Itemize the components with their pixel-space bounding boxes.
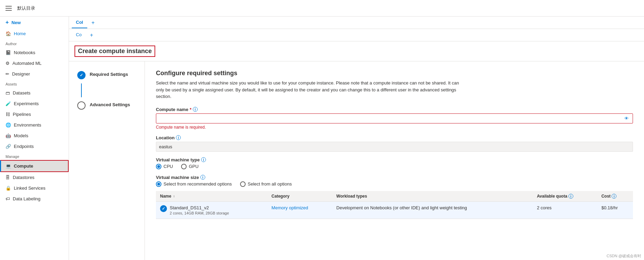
sidebar-item-automated-ml[interactable]: ⚙ Automated ML — [0, 58, 69, 69]
experiment-icon: 🧪 — [6, 101, 11, 106]
sidebar-item-environments[interactable]: 🌐 Environments — [0, 120, 69, 130]
wizard-step-required[interactable]: ✓ Required Settings — [69, 67, 145, 83]
compute-name-error-msg: Compute name is required. — [156, 125, 633, 130]
automl-icon: ⚙ — [6, 61, 10, 66]
eye-icon[interactable]: 👁 — [624, 116, 629, 121]
vm-type-gpu-option[interactable]: GPU — [181, 164, 198, 169]
watermark-text: CSDN @破戒会有时 — [607, 253, 641, 259]
vm-type-gpu-radio[interactable] — [181, 164, 187, 169]
sidebar-item-models[interactable]: 🤖 Models — [0, 130, 69, 141]
vm-row-cost: $0.18/hr — [597, 202, 633, 219]
vm-name-sub: 2 cores, 14GB RAM, 28GB storage — [170, 211, 229, 215]
vm-size-all-option[interactable]: Select from all options — [240, 181, 292, 187]
compute-icon: 💻 — [6, 163, 11, 169]
label-icon: 🏷 — [6, 196, 10, 201]
sidebar-item-datasets[interactable]: 🗃 Datasets — [0, 88, 69, 98]
vm-size-field: Virtual machine size i Select from recom… — [156, 175, 633, 219]
linked-icon: 🔒 — [6, 186, 11, 191]
vm-size-all-label: Select from all options — [248, 181, 292, 187]
pipeline-icon: ⛓ — [6, 112, 10, 117]
vm-type-cpu-label: CPU — [164, 164, 173, 169]
home-nav-item[interactable]: 🏠 Home — [0, 28, 69, 39]
vm-size-all-radio[interactable] — [240, 181, 246, 187]
vm-type-label: Virtual machine type i — [156, 157, 633, 162]
col-quota: Available quota i — [533, 191, 597, 202]
sidebar-item-compute[interactable]: 💻 Compute — [0, 160, 69, 172]
sidebar-item-data-labeling[interactable]: 🏷 Data Labeling — [0, 193, 69, 204]
vm-type-field: Virtual machine type i CPU GPU — [156, 157, 633, 169]
vm-type-info-icon[interactable]: i — [201, 157, 206, 162]
vm-size-recommended-option[interactable]: Select from recommended options — [156, 181, 232, 187]
vm-type-radio-group: CPU GPU — [156, 164, 633, 169]
location-field: Location i eastus — [156, 135, 633, 152]
vm-size-recommended-label: Select from recommended options — [164, 181, 232, 187]
tab-bar: Col + — [69, 17, 644, 29]
row-selected-icon — [160, 205, 167, 212]
cost-info-icon[interactable]: i — [612, 194, 616, 199]
vm-type-gpu-label: GPU — [189, 164, 198, 169]
main-layout: + New 🏠 Home Author 📓 Notebooks ⚙ Automa… — [0, 17, 644, 260]
content-area: Col + Co + Create compute instance ✓ Req… — [69, 17, 644, 260]
wizard-step-advanced[interactable]: Advanced Settings — [69, 97, 145, 114]
sidebar-item-pipelines[interactable]: ⛓ Pipelines — [0, 109, 69, 120]
wizard-step-line — [81, 83, 82, 97]
vm-size-radio-group: Select from recommended options Select f… — [156, 181, 633, 187]
vm-size-label: Virtual machine size i — [156, 175, 633, 180]
vm-row-category: Memory optimized — [267, 202, 332, 219]
sidebar-item-endpoints[interactable]: 🔗 Endpoints — [0, 141, 69, 152]
top-bar: 默认目录 — [0, 0, 644, 17]
manage-section-label: Manage — [0, 152, 69, 160]
location-label: Location i — [156, 135, 633, 140]
quota-info-icon[interactable]: i — [568, 194, 573, 199]
sub-tab-bar: Co + — [69, 29, 644, 41]
compute-name-label: Compute name * i — [156, 107, 633, 112]
create-compute-title: Create compute instance — [75, 46, 155, 57]
wizard-step-required-label: Required Settings — [90, 72, 128, 77]
compute-name-input-wrapper: 👁 — [156, 113, 633, 123]
vm-type-cpu-option[interactable]: CPU — [156, 164, 173, 169]
create-title-bar: Create compute instance — [69, 41, 644, 61]
col-name: Name ↑ — [156, 191, 267, 202]
sidebar-item-notebooks[interactable]: 📓 Notebooks — [0, 47, 69, 58]
tab-col[interactable]: Col — [72, 17, 87, 28]
wizard-step-advanced-label: Advanced Settings — [90, 102, 130, 107]
col-category: Category — [267, 191, 332, 202]
top-bar-title: 默认目录 — [17, 5, 35, 11]
environment-icon: 🌐 — [6, 122, 11, 128]
sub-tab-compute[interactable]: Co — [72, 29, 86, 41]
form-section-description: Select the name and virtual machine size… — [156, 80, 466, 100]
plus-icon: + — [6, 19, 9, 26]
required-star: * — [190, 107, 191, 112]
panel-area: ✓ Required Settings Advanced Settings Co… — [69, 61, 644, 260]
col-workload: Workload types — [332, 191, 533, 202]
compute-name-field: Compute name * i 👁 Compute name is requi… — [156, 107, 633, 130]
compute-name-input[interactable] — [156, 113, 633, 123]
sidebar-item-datastores[interactable]: 🗄 Datastores — [0, 172, 69, 183]
location-value: eastus — [156, 142, 633, 152]
wizard-step-advanced-circle — [77, 101, 86, 110]
dataset-icon: 🗃 — [6, 90, 10, 96]
sub-tab-add[interactable]: + — [86, 29, 97, 41]
assets-section-label: Assets — [0, 79, 69, 88]
vm-name-main: Standard_DS11_v2 — [170, 205, 229, 210]
home-icon: 🏠 — [6, 31, 11, 36]
vm-size-recommended-radio[interactable] — [156, 181, 161, 187]
sort-arrow-icon: ↑ — [173, 194, 175, 198]
hamburger-menu[interactable] — [6, 6, 12, 11]
tab-add[interactable]: + — [87, 17, 99, 29]
vm-size-info-icon[interactable]: i — [200, 175, 205, 180]
table-row[interactable]: Standard_DS11_v2 2 cores, 14GB RAM, 28GB… — [156, 202, 633, 219]
category-link[interactable]: Memory optimized — [271, 205, 308, 210]
designer-icon: ✏ — [6, 71, 9, 77]
vm-type-cpu-radio[interactable] — [156, 164, 161, 169]
compute-name-info-icon[interactable]: i — [193, 107, 198, 112]
sidebar-item-experiments[interactable]: 🧪 Experiments — [0, 98, 69, 109]
location-info-icon[interactable]: i — [176, 135, 181, 140]
wizard-step-required-circle: ✓ — [77, 71, 86, 79]
new-button[interactable]: + New — [0, 17, 69, 28]
vm-row-workload: Development on Notebooks (or other IDE) … — [332, 202, 533, 219]
sidebar-item-linked-services[interactable]: 🔒 Linked Services — [0, 183, 69, 193]
notebook-icon: 📓 — [6, 50, 11, 55]
datastore-icon: 🗄 — [6, 175, 10, 180]
sidebar-item-designer[interactable]: ✏ Designer — [0, 69, 69, 79]
